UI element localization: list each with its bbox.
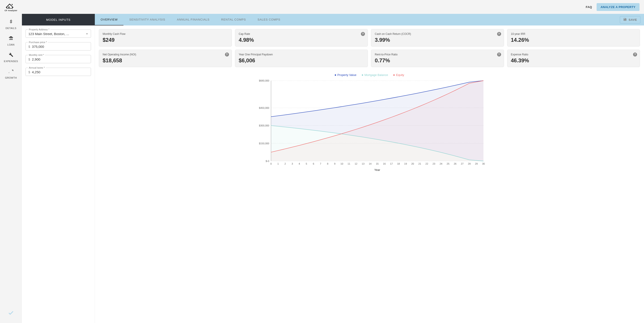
metric-label: Cap Rate xyxy=(239,32,364,35)
metric-card: Cap Rate4.98%? xyxy=(235,29,368,46)
tabbar: MODEL INPUTS OVERVIEW SENSITIVITY ANALYS… xyxy=(22,14,644,25)
svg-text:7: 7 xyxy=(320,162,321,165)
field-value: 2,900 xyxy=(32,57,40,61)
metric-label: 10-year IRR xyxy=(511,32,636,35)
dollar-prefix: $ xyxy=(28,45,30,48)
svg-text:$450,000: $450,000 xyxy=(259,107,269,109)
equity-chart: Property Value Mortgage Balance Equity $… xyxy=(99,71,640,175)
svg-text:0: 0 xyxy=(270,162,272,165)
header: CF Analyzer FAQ ANALYZE A PROPERTY xyxy=(0,0,644,14)
metric-card: Monthly Cash Flow$249 xyxy=(99,29,232,46)
metric-value: 4.98% xyxy=(239,37,364,43)
svg-text:12: 12 xyxy=(355,162,357,165)
tab-sales-comps[interactable]: SALES COMPS xyxy=(252,14,286,25)
field-value: 4,250 xyxy=(32,70,40,74)
svg-text:16: 16 xyxy=(383,162,386,165)
trend-icon xyxy=(8,69,14,75)
svg-text:6: 6 xyxy=(313,162,314,165)
svg-text:1: 1 xyxy=(278,162,279,165)
field-label: Annual taxes * xyxy=(28,66,46,69)
save-button[interactable]: SAVE xyxy=(620,16,640,23)
legend-dot-icon xyxy=(393,74,395,76)
svg-text:18: 18 xyxy=(397,162,400,165)
logo[interactable]: CF Analyzer xyxy=(4,2,18,11)
legend-dot-icon xyxy=(335,74,336,76)
svg-text:$300,000: $300,000 xyxy=(259,124,269,127)
analyze-property-button[interactable]: ANALYZE A PROPERTY xyxy=(596,3,640,11)
svg-text:14: 14 xyxy=(369,162,372,165)
svg-text:26: 26 xyxy=(454,162,456,165)
sidebar-item-label: DETAILS xyxy=(6,27,16,29)
help-icon[interactable]: ? xyxy=(497,32,501,36)
field-label: Monthly rent * xyxy=(28,54,45,56)
svg-text:10: 10 xyxy=(340,162,343,165)
legend-label: Equity xyxy=(396,73,404,77)
metric-label: Cash on Cash Return (COCR) xyxy=(375,32,500,35)
legend-label: Property Value xyxy=(338,73,356,77)
sidebar-item-label: EXPENSES xyxy=(4,60,18,62)
metric-value: 14.26% xyxy=(511,37,636,43)
dollar-prefix: $ xyxy=(28,70,30,74)
tab-rental-comps[interactable]: RENTAL COMPS xyxy=(215,14,252,25)
svg-rect-0 xyxy=(10,6,11,7)
chart-svg: $-0$150,000$300,000$450,000$680,00001234… xyxy=(103,78,636,172)
wrench-icon xyxy=(8,52,14,58)
sidebar-item-growth[interactable]: GROWTH xyxy=(0,66,22,82)
svg-text:30: 30 xyxy=(482,162,485,165)
help-icon[interactable]: ? xyxy=(225,52,229,56)
svg-text:19: 19 xyxy=(404,162,407,165)
svg-text:20: 20 xyxy=(411,162,414,165)
metric-label: Monthly Cash Flow xyxy=(103,32,228,35)
svg-text:24: 24 xyxy=(440,162,442,165)
faq-link[interactable]: FAQ xyxy=(586,5,592,9)
tab-overview[interactable]: OVERVIEW xyxy=(95,14,124,25)
svg-text:3: 3 xyxy=(292,162,293,165)
inputs-panel: Property Address * 123 Main Street, Bost… xyxy=(22,25,95,323)
help-icon[interactable]: ? xyxy=(633,52,637,56)
house-icon xyxy=(4,2,18,9)
metric-card: Net Operating Income (NOI)$18,658? xyxy=(99,50,232,67)
svg-text:15: 15 xyxy=(376,162,378,165)
dollar-prefix: $ xyxy=(28,58,30,61)
svg-text:25: 25 xyxy=(447,162,450,165)
bank-icon xyxy=(8,36,14,42)
legend-dot-icon xyxy=(362,74,363,76)
svg-text:$150,000: $150,000 xyxy=(259,142,269,145)
svg-text:13: 13 xyxy=(362,162,364,165)
svg-text:4: 4 xyxy=(299,162,300,165)
overview-panel: Monthly Cash Flow$249Cap Rate4.98%?Cash … xyxy=(95,25,644,323)
svg-text:11: 11 xyxy=(348,162,350,165)
svg-rect-1 xyxy=(11,6,12,7)
property-address-field[interactable]: Property Address * 123 Main Street, Bost… xyxy=(26,29,91,38)
annual-taxes-field[interactable]: Annual taxes * $ 4,250 xyxy=(26,68,91,76)
svg-text:Year: Year xyxy=(374,168,380,172)
metric-label: Expense Ratio xyxy=(511,53,636,56)
sidebar-item-details[interactable]: DETAILS xyxy=(0,16,22,33)
metric-value: 3.99% xyxy=(375,37,500,43)
metric-value: $18,658 xyxy=(103,57,228,64)
metric-label: Rent-to-Price Ratio xyxy=(375,53,500,56)
tab-model-inputs[interactable]: MODEL INPUTS xyxy=(22,14,95,25)
svg-text:28: 28 xyxy=(468,162,471,165)
chart-legend: Property Value Mortgage Balance Equity xyxy=(103,73,636,77)
metric-value: 0.77% xyxy=(375,57,500,64)
field-value: 375,000 xyxy=(32,45,44,48)
field-value: 123 Main Street, Boston, ... xyxy=(28,32,69,36)
svg-text:29: 29 xyxy=(475,162,478,165)
metric-card: 10-year IRR14.26% xyxy=(507,29,640,46)
svg-text:8: 8 xyxy=(327,162,328,165)
dollar-icon xyxy=(8,19,14,25)
check-icon xyxy=(8,310,14,323)
chevron-down-icon: ▼ xyxy=(86,33,88,35)
help-icon[interactable]: ? xyxy=(361,32,365,36)
help-icon[interactable]: ? xyxy=(497,52,501,56)
monthly-rent-field[interactable]: Monthly rent * $ 2,900 xyxy=(26,55,91,63)
sidebar-item-expenses[interactable]: EXPENSES xyxy=(0,49,22,66)
metric-label: Year One Principal Paydown xyxy=(239,53,364,56)
purchase-price-field[interactable]: Purchase price * $ 375,000 xyxy=(26,42,91,50)
sidebar-item-loan[interactable]: LOAN xyxy=(0,33,22,49)
svg-text:23: 23 xyxy=(432,162,435,165)
tab-annual-financials[interactable]: ANNUAL FINANCIALS xyxy=(171,14,215,25)
tab-sensitivity[interactable]: SENSITIVITY ANALYSIS xyxy=(124,14,171,25)
metric-value: $249 xyxy=(103,37,228,43)
